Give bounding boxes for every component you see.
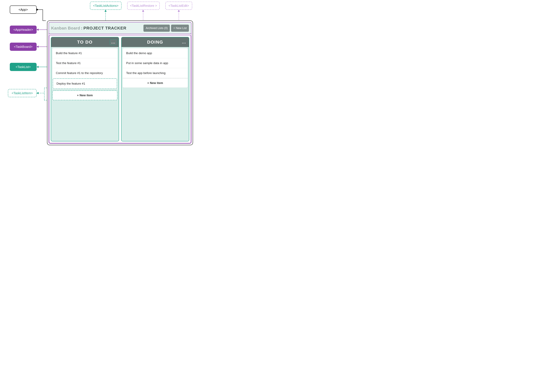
task-card[interactable]: Test the app before launching xyxy=(123,68,188,78)
task-card[interactable]: Deploy the feature #1 xyxy=(53,79,117,89)
list-title: DOING xyxy=(147,40,163,45)
list-title: TO DO xyxy=(77,40,93,45)
task-list-todo: TO DO ... Build the feature #1 Test the … xyxy=(51,37,119,141)
label-tasklistactions: <TaskListActions> xyxy=(90,2,122,10)
new-item-button[interactable]: + New item xyxy=(52,90,117,100)
label-tasklistitem: <TaskListItem> xyxy=(8,89,37,97)
page-title: Kanban Board : PROJECT TRACKER xyxy=(51,26,142,31)
title-sep: : xyxy=(81,26,82,31)
label-tasklist: <TaskList> xyxy=(10,63,37,71)
list-header: TO DO ... xyxy=(51,37,119,47)
app-header: Kanban Board : PROJECT TRACKER Archived … xyxy=(49,22,191,34)
label-taskboard: <TaskBoard> xyxy=(10,43,37,51)
task-board: TO DO ... Build the feature #1 Test the … xyxy=(49,35,191,143)
list-menu-button[interactable]: ... xyxy=(110,39,117,45)
task-card[interactable]: Commit feature #1 to the repository xyxy=(52,68,117,78)
list-body: Build the feature #1 Test the feature #1… xyxy=(51,47,119,102)
title-project: PROJECT TRACKER xyxy=(83,26,126,31)
task-list-doing: DOING ... Build the demo app Put in some… xyxy=(121,37,189,141)
list-menu-button[interactable]: ... xyxy=(181,39,187,45)
task-card[interactable]: Test the feature #1 xyxy=(52,58,117,68)
task-card[interactable]: Build the feature #1 xyxy=(52,48,117,58)
label-tasklistrestore: <TaskListRestore > xyxy=(127,2,160,10)
app-frame: Kanban Board : PROJECT TRACKER Archived … xyxy=(47,21,193,145)
list-header: DOING ... xyxy=(122,37,189,47)
new-list-button[interactable]: + New List xyxy=(171,25,189,32)
new-item-button[interactable]: + New item xyxy=(123,78,188,87)
title-lead: Kanban Board xyxy=(51,26,80,31)
archived-lists-button[interactable]: Archived Lists (0) xyxy=(143,25,170,32)
label-app: <App> xyxy=(10,6,37,14)
label-appheader: <AppHeader> xyxy=(10,26,37,34)
list-body: Build the demo app Put in some sample da… xyxy=(122,47,189,89)
task-card[interactable]: Build the demo app xyxy=(123,48,188,58)
label-tasklistedit: <TaskListEdit> xyxy=(165,2,192,10)
task-card[interactable]: Put in some sample data in app xyxy=(123,58,188,68)
